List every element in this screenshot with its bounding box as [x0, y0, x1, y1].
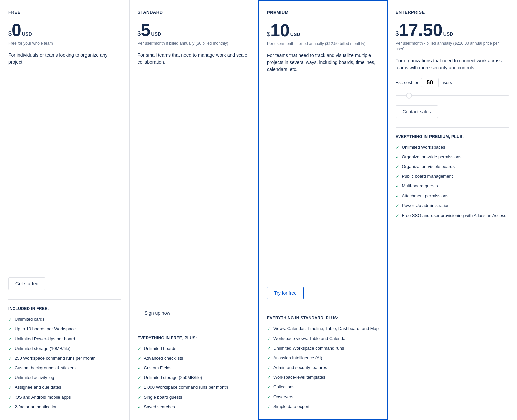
list-item: ✓Custom backgrounds & stickers	[8, 365, 121, 371]
features-header-standard: EVERYTHING IN FREE, PLUS:	[138, 336, 250, 340]
checkmark-icon: ✓	[267, 355, 271, 361]
price-unit-enterprise: USD	[443, 31, 453, 37]
checkmark-icon: ✓	[267, 384, 271, 390]
est-cost-label: Est. cost for	[396, 80, 419, 85]
list-item: ✓iOS and Android mobile apps	[8, 394, 121, 401]
price-row-enterprise: $17.50USD	[396, 21, 509, 39]
feature-text: Unlimited boards	[144, 346, 177, 352]
cta-button-enterprise[interactable]: Contact sales	[396, 105, 438, 118]
feature-text: Single board guests	[144, 394, 182, 400]
list-item: ✓Single board guests	[138, 394, 250, 401]
checkmark-icon: ✓	[8, 326, 12, 332]
list-item: ✓Workspace-level templates	[267, 374, 379, 381]
features-header-free: INCLUDED IN FREE:	[8, 306, 121, 311]
list-item: ✓Collections	[267, 384, 379, 390]
cta-button-standard[interactable]: Sign up now	[138, 307, 177, 319]
list-item: ✓Saved searches	[138, 404, 250, 410]
est-cost-users-label: users	[441, 80, 452, 85]
plan-description-premium: For teams that need to track and visuali…	[267, 52, 379, 73]
feature-text: Saved searches	[144, 404, 175, 410]
checkmark-icon: ✓	[267, 365, 271, 371]
feature-list-premium: ✓Views: Calendar, Timeline, Table, Dashb…	[267, 326, 379, 410]
list-item: ✓250 Workspace command runs per month	[8, 355, 121, 362]
plan-description-enterprise: For organizations that need to connect w…	[396, 57, 509, 71]
feature-text: iOS and Android mobile apps	[15, 394, 71, 400]
feature-text: Organization-wide permissions	[402, 154, 462, 160]
list-item: ✓Unlimited storage (250MB/file)	[138, 375, 250, 381]
list-item: ✓Unlimited Workspace command runs	[267, 345, 379, 352]
plan-name-standard: STANDARD	[138, 10, 250, 15]
list-item: ✓Unlimited Power-Ups per board	[8, 336, 121, 342]
features-header-premium: EVERYTHING IN STANDARD, PLUS:	[267, 316, 379, 320]
price-currency-standard: $	[138, 29, 141, 39]
list-item: ✓Unlimited boards	[138, 346, 250, 352]
list-item: ✓Advanced checklists	[138, 355, 250, 362]
plan-col-standard: STANDARD$5USDPer user/month if billed an…	[130, 0, 259, 420]
checkmark-icon: ✓	[267, 346, 271, 352]
feature-text: Atlassian Intelligence (AI)	[273, 355, 322, 361]
pricing-grid: FREE$0USDFree for your whole teamFor ind…	[0, 0, 517, 420]
plan-col-free: FREE$0USDFree for your whole teamFor ind…	[0, 0, 130, 420]
list-item: ✓Organization-visible boards	[396, 164, 509, 170]
feature-text: Unlimited activity log	[15, 375, 54, 381]
feature-text: Public board management	[402, 173, 453, 179]
checkmark-icon: ✓	[8, 404, 12, 410]
feature-text: Advanced checklists	[144, 355, 183, 361]
feature-text: Observers	[273, 394, 293, 400]
est-cost-row: Est. cost forusers	[396, 78, 509, 87]
feature-text: Unlimited cards	[15, 316, 45, 322]
feature-text: Free SSO and user provisioning with Atla…	[402, 213, 506, 219]
price-amount-standard: 5	[141, 21, 151, 39]
checkmark-icon: ✓	[396, 193, 399, 199]
feature-list-free: ✓Unlimited cards✓Up to 10 boards per Wor…	[8, 316, 121, 410]
feature-text: 1,000 Workspace command runs per month	[144, 384, 228, 390]
users-slider[interactable]	[396, 95, 509, 96]
list-item: ✓Up to 10 boards per Workspace	[8, 326, 121, 332]
price-amount-premium: 10	[270, 22, 290, 39]
price-subtitle-premium: Per user/month if billed annually ($12.5…	[267, 41, 379, 47]
plan-col-premium: PREMIUM$10USDPer user/month if billed an…	[258, 0, 388, 420]
checkmark-icon: ✓	[8, 336, 12, 342]
checkmark-icon: ✓	[8, 317, 12, 323]
feature-text: Unlimited storage (10MB/file)	[15, 346, 71, 352]
feature-text: Unlimited Power-Ups per board	[15, 336, 75, 342]
checkmark-icon: ✓	[396, 213, 399, 219]
checkmark-icon: ✓	[138, 356, 141, 362]
checkmark-icon: ✓	[8, 385, 12, 391]
checkmark-icon: ✓	[138, 375, 141, 381]
checkmark-icon: ✓	[396, 164, 399, 170]
checkmark-icon: ✓	[267, 336, 271, 342]
price-unit-standard: USD	[151, 31, 161, 37]
checkmark-icon: ✓	[138, 346, 141, 352]
price-currency-free: $	[8, 29, 12, 39]
list-item: ✓2-factor authentication	[8, 404, 121, 410]
cta-button-free[interactable]: Get started	[8, 277, 45, 290]
feature-text: Multi-board guests	[402, 183, 438, 189]
price-row-free: $0USD	[8, 21, 121, 39]
list-item: ✓Unlimited cards	[8, 316, 121, 323]
list-item: ✓Observers	[267, 394, 379, 400]
checkmark-icon: ✓	[396, 183, 399, 189]
checkmark-icon: ✓	[396, 154, 399, 160]
checkmark-icon: ✓	[267, 404, 271, 410]
list-item: ✓1,000 Workspace command runs per month	[138, 384, 250, 391]
checkmark-icon: ✓	[8, 375, 12, 381]
checkmark-icon: ✓	[138, 385, 141, 391]
list-item: ✓Public board management	[396, 173, 509, 180]
plan-name-premium: PREMIUM	[267, 10, 379, 15]
list-item: ✓Organization-wide permissions	[396, 154, 509, 160]
checkmark-icon: ✓	[8, 346, 12, 352]
cta-button-premium[interactable]: Try for free	[267, 287, 304, 299]
list-item: ✓Assignee and due dates	[8, 384, 121, 391]
list-item: ✓Custom Fields	[138, 365, 250, 371]
est-cost-users-input[interactable]	[421, 78, 439, 87]
plan-description-standard: For small teams that need to manage work…	[138, 52, 250, 66]
checkmark-icon: ✓	[138, 365, 141, 371]
feature-text: Assignee and due dates	[15, 384, 61, 390]
checkmark-icon: ✓	[396, 174, 399, 180]
feature-text: Up to 10 boards per Workspace	[15, 326, 76, 332]
list-item: ✓Workspace views: Table and Calendar	[267, 336, 379, 342]
divider-free	[8, 299, 121, 300]
feature-text: Unlimited Workspaces	[402, 144, 445, 150]
price-subtitle-standard: Per user/month if billed annually ($6 bi…	[138, 41, 250, 46]
